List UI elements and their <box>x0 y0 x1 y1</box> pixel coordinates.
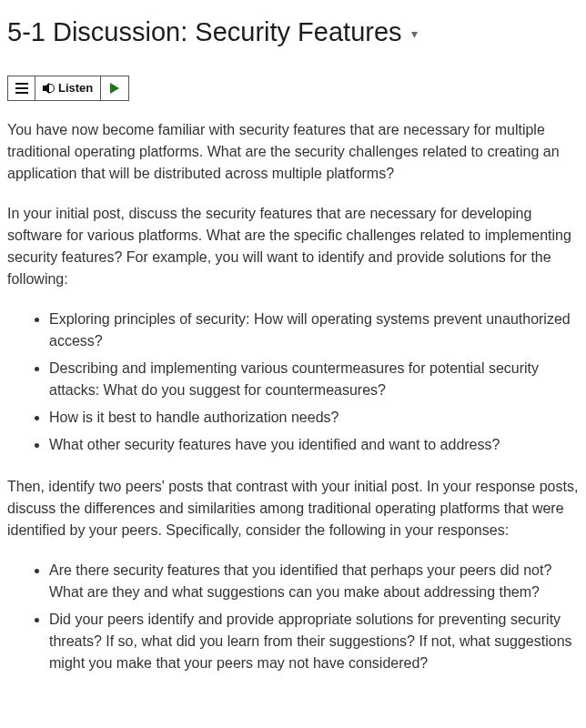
list-item: What other security features have you id… <box>49 434 579 456</box>
list-item: How is it best to handle authorization n… <box>49 407 579 429</box>
intro-paragraph: You have now become familiar with securi… <box>7 119 579 185</box>
list-item: Did your peers identify and provide appr… <box>49 609 579 674</box>
audio-toolbar: Listen <box>7 76 129 101</box>
speaker-icon <box>43 83 54 94</box>
play-icon <box>110 83 119 94</box>
prompt-paragraph: In your initial post, discuss the securi… <box>7 203 579 290</box>
list-item: Exploring principles of security: How wi… <box>49 308 579 352</box>
listen-button[interactable]: Listen <box>35 76 101 100</box>
response-post-list: Are there security features that you ide… <box>7 560 579 674</box>
play-button[interactable] <box>101 76 128 100</box>
page-title-text: 5-1 Discussion: Security Features <box>7 13 402 53</box>
initial-post-list: Exploring principles of security: How wi… <box>7 308 579 456</box>
list-item: Are there security features that you ide… <box>49 560 579 603</box>
list-item: Describing and implementing various coun… <box>49 358 579 401</box>
content-body: You have now become familiar with securi… <box>7 119 579 674</box>
page-title: 5-1 Discussion: Security Features ▾ <box>7 13 579 53</box>
menu-button[interactable] <box>8 76 35 100</box>
listen-label: Listen <box>58 79 93 97</box>
response-intro-paragraph: Then, identify two peers' posts that con… <box>7 476 579 541</box>
chevron-down-icon[interactable]: ▾ <box>411 25 418 44</box>
